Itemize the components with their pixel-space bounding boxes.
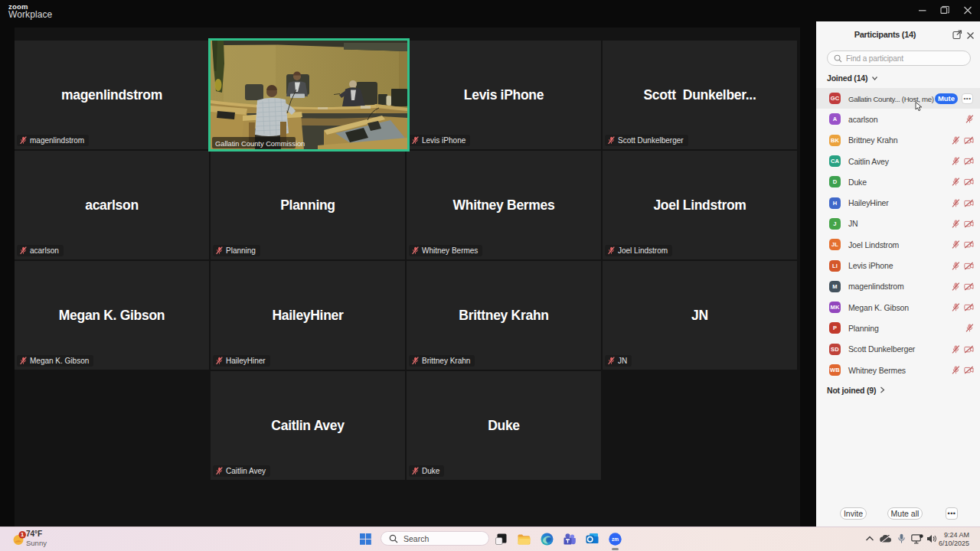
- svg-text:zm: zm: [612, 536, 619, 542]
- svg-text:1: 1: [21, 531, 24, 538]
- svg-text:Gallatin County Commission: Gallatin County Commission: [215, 140, 305, 148]
